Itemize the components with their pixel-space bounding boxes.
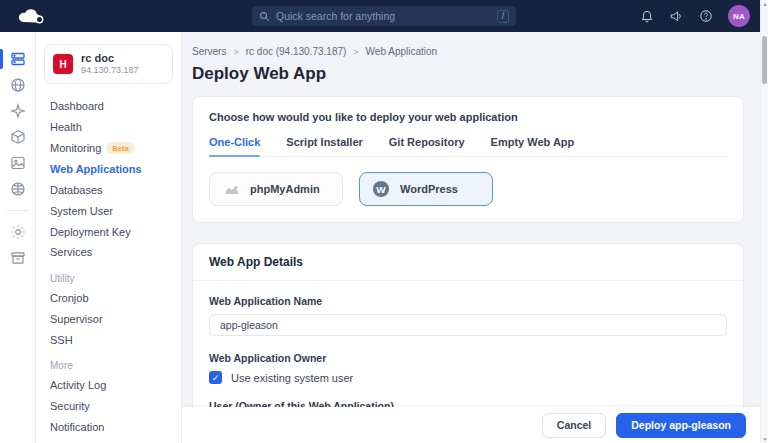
server-provider-icon: H xyxy=(53,54,73,74)
sidebar-item-label: Monitoring xyxy=(50,142,101,154)
use-existing-user-checkbox[interactable]: ✓ xyxy=(209,371,222,384)
option-label: WordPress xyxy=(400,183,458,195)
sidebar-item-ssh[interactable]: SSH xyxy=(36,329,181,350)
sidebar-item-system-user[interactable]: System User xyxy=(36,200,181,221)
network-icon xyxy=(10,181,26,197)
beta-badge: Beta xyxy=(106,142,134,154)
icon-rail xyxy=(0,32,36,443)
sparkle-icon xyxy=(10,103,26,119)
tab-one-click[interactable]: One-Click xyxy=(209,136,260,156)
server-card[interactable]: H rc doc 94.130.73.187 xyxy=(44,44,173,84)
main-content: Servers > rc doc (94.130.73.187) > Web A… xyxy=(182,32,760,443)
cancel-button[interactable]: Cancel xyxy=(542,413,606,438)
web-app-name-input[interactable] xyxy=(209,314,727,336)
sidebar-item-security[interactable]: Security xyxy=(36,396,181,417)
scroll-up-icon[interactable]: ▲ xyxy=(761,1,768,7)
rail-web[interactable] xyxy=(0,72,36,98)
rail-containers[interactable] xyxy=(0,124,36,150)
servers-icon xyxy=(10,51,26,67)
svg-text:W: W xyxy=(376,184,386,195)
section-title-utility: Utility xyxy=(36,263,181,288)
sidebar-item-monitoring[interactable]: MonitoringBeta xyxy=(36,138,181,159)
breadcrumb-server[interactable]: rc doc (94.130.73.187) xyxy=(246,46,347,57)
sidebar-item-settings[interactable]: Settings xyxy=(36,437,181,443)
scrollbar-thumb[interactable] xyxy=(762,36,767,84)
option-phpmyadmin[interactable]: phpMyAdmin xyxy=(209,172,343,206)
deploy-question: Choose how would you like to deploy your… xyxy=(209,111,727,123)
web-app-details-card: Web App Details Web Application Name Web… xyxy=(192,243,744,429)
rail-backups[interactable] xyxy=(0,150,36,176)
tab-git-repository[interactable]: Git Repository xyxy=(389,136,465,156)
image-icon xyxy=(10,155,26,171)
deploy-tabs: One-Click Script Installer Git Repositor… xyxy=(209,136,727,157)
phpmyadmin-icon xyxy=(222,183,240,196)
search-shortcut-key: / xyxy=(497,10,509,23)
sidebar-item-dashboard[interactable]: Dashboard xyxy=(36,96,181,117)
chevron-right-icon: > xyxy=(353,47,358,57)
rail-settings[interactable] xyxy=(0,219,36,245)
tab-empty-web-app[interactable]: Empty Web App xyxy=(491,136,575,156)
use-existing-user-label: Use existing system user xyxy=(231,372,353,384)
scroll-down-icon[interactable]: ▼ xyxy=(761,436,768,442)
quick-search[interactable]: / xyxy=(252,6,516,26)
user-avatar[interactable]: NA xyxy=(728,5,750,27)
deploy-button[interactable]: Deploy app-gleason xyxy=(616,413,746,438)
breadcrumb-web-application[interactable]: Web Application xyxy=(366,46,438,57)
sidebar-item-supervisor[interactable]: Supervisor xyxy=(36,309,181,330)
sidebar-item-databases[interactable]: Databases xyxy=(36,180,181,201)
tab-script-installer[interactable]: Script Installer xyxy=(286,136,362,156)
web-app-owner-label: Web Application Owner xyxy=(209,352,727,364)
web-app-name-label: Web Application Name xyxy=(209,295,727,307)
search-icon xyxy=(259,11,270,22)
search-input[interactable] xyxy=(276,10,497,22)
details-card-title: Web App Details xyxy=(193,244,743,281)
option-label: phpMyAdmin xyxy=(250,183,320,195)
globe-icon xyxy=(10,77,26,93)
chevron-right-icon: > xyxy=(233,47,238,57)
section-title-more: More xyxy=(36,350,181,375)
package-icon xyxy=(10,129,26,145)
server-name: rc doc xyxy=(81,52,139,65)
gear-icon xyxy=(10,224,26,240)
rail-dns[interactable] xyxy=(0,176,36,202)
breadcrumb-servers[interactable]: Servers xyxy=(192,46,226,57)
megaphone-icon[interactable] xyxy=(669,9,684,23)
sidebar-item-cronjob[interactable]: Cronjob xyxy=(36,288,181,309)
help-icon[interactable] xyxy=(699,9,713,23)
sidebar-item-activity-log[interactable]: Activity Log xyxy=(36,375,181,396)
wordpress-icon: W xyxy=(372,180,390,198)
topbar: / NA xyxy=(0,0,768,32)
archive-icon xyxy=(10,250,26,266)
sidebar-item-health[interactable]: Health xyxy=(36,117,181,138)
option-wordpress[interactable]: W WordPress xyxy=(359,172,493,206)
sidebar-menu: Dashboard Health MonitoringBeta Web Appl… xyxy=(36,96,181,263)
sidebar-item-deployment-key[interactable]: Deployment Key xyxy=(36,221,181,242)
rail-divider xyxy=(7,210,29,211)
breadcrumb: Servers > rc doc (94.130.73.187) > Web A… xyxy=(192,46,744,57)
action-footer: Cancel Deploy app-gleason xyxy=(182,407,760,443)
sidebar-item-notification[interactable]: Notification xyxy=(36,417,181,438)
window-scrollbar[interactable]: ▲ ▼ xyxy=(760,0,768,443)
sidebar-item-services[interactable]: Services xyxy=(36,242,181,263)
server-ip: 94.130.73.187 xyxy=(81,65,139,76)
rail-servers[interactable] xyxy=(0,46,36,72)
sidebar: H rc doc 94.130.73.187 Dashboard Health … xyxy=(36,32,182,443)
deploy-method-card: Choose how would you like to deploy your… xyxy=(192,96,744,223)
runcloud-logo-icon[interactable] xyxy=(16,8,46,25)
rail-archive[interactable] xyxy=(0,245,36,271)
rail-new[interactable] xyxy=(0,98,36,124)
bell-icon[interactable] xyxy=(640,9,654,23)
page-title: Deploy Web App xyxy=(192,64,744,84)
sidebar-item-web-applications[interactable]: Web Applications xyxy=(36,159,181,180)
